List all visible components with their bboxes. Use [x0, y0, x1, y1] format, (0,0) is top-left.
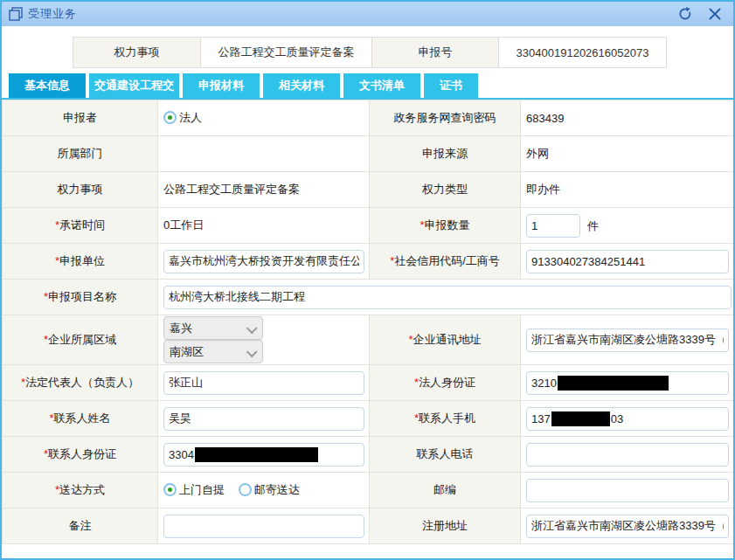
registered-address-input[interactable]	[526, 515, 729, 538]
radio-mail-delivery[interactable]	[239, 483, 252, 496]
quantity-unit: 件	[587, 219, 599, 232]
radio-legal-person[interactable]	[163, 111, 177, 124]
window-icon	[9, 7, 23, 21]
accept-business-window: 受理业务 权力事项 公路工程交工质量评定备案 申报号 3304001912026…	[0, 0, 735, 560]
field-label: *联系人身份证	[3, 437, 158, 473]
tab-related-materials[interactable]: 相关材料	[263, 73, 340, 98]
field-label: 申报者	[3, 100, 158, 136]
titlebar: 受理业务	[2, 2, 733, 26]
field-label: *申报数量	[370, 208, 521, 244]
contact-mobile-input[interactable]: 13703	[526, 407, 729, 431]
form-row: *申报单位 *社会信用代码/工商号	[3, 244, 734, 280]
power-item-label: 权力事项	[73, 37, 201, 68]
declare-source-value: 外网	[521, 136, 734, 172]
field-label: *联系人手机	[370, 401, 521, 437]
field-label: 权力事项	[3, 172, 158, 208]
form-row: *承诺时间 0工作日 *申报数量 件	[3, 208, 734, 244]
radio-self-pickup[interactable]	[163, 483, 177, 496]
field-label: *申报单位	[3, 244, 158, 280]
form-row: 所属部门 申报来源 外网	[3, 136, 734, 172]
form-row: 申报者 法人 政务服务网查询密码 683439	[3, 100, 734, 136]
declare-no-value: 330400191202616052073	[498, 37, 667, 68]
form-row: *送达方式 上门自提 邮寄送达 邮编	[3, 473, 734, 508]
legal-id-input[interactable]: 3210	[526, 371, 729, 395]
radio-label: 法人	[179, 111, 202, 124]
field-label: *企业所属区域	[3, 315, 158, 365]
form-row: *联系人姓名 *联系人手机 13703	[3, 401, 734, 437]
contact-id-input[interactable]: 3304	[163, 443, 364, 467]
promise-time-value: 0工作日	[158, 208, 370, 244]
form-row: *联系人身份证 3304 联系人电话	[3, 437, 734, 473]
tab-certificate[interactable]: 证书	[424, 73, 478, 98]
redaction-block	[558, 376, 669, 391]
field-label: *企业通讯地址	[370, 315, 521, 365]
field-label: 政务服务网查询密码	[370, 100, 521, 136]
chevron-down-icon	[246, 322, 258, 334]
refresh-icon[interactable]	[676, 4, 695, 24]
chevron-down-icon	[246, 346, 258, 357]
credit-code-input[interactable]	[526, 250, 729, 273]
field-label: *社会信用代码/工商号	[370, 244, 521, 280]
company-address-input[interactable]	[526, 328, 729, 352]
legal-representative-input[interactable]	[163, 371, 364, 395]
form-row: *企业所属区域 嘉兴 南湖区 *企业通讯地址	[3, 315, 734, 365]
form-row: *申报项目名称	[3, 280, 734, 315]
power-item-text: 公路工程交工质量评定备案	[158, 172, 370, 208]
tab-traffic-construction[interactable]: 交通建设工程交	[89, 73, 179, 98]
query-password-value: 683439	[521, 100, 734, 136]
field-label: 权力类型	[370, 172, 521, 208]
tab-document-list[interactable]: 文书清单	[343, 73, 420, 98]
postcode-input[interactable]	[526, 479, 729, 502]
declare-quantity-input[interactable]	[526, 214, 580, 238]
field-label: *法人身份证	[370, 365, 521, 401]
tab-basic-info[interactable]: 基本信息	[9, 73, 86, 98]
field-label: *承诺时间	[3, 208, 158, 244]
header-strip: 权力事项 公路工程交工质量评定备案 申报号 330400191202616052…	[73, 37, 733, 68]
field-label: 申报来源	[370, 136, 521, 172]
power-item-value: 公路工程交工质量评定备案	[200, 37, 372, 68]
contact-phone-input[interactable]	[526, 443, 729, 467]
tab-declare-materials[interactable]: 申报材料	[183, 73, 260, 98]
field-label: *申报项目名称	[3, 280, 158, 315]
basic-info-form: 申报者 法人 政务服务网查询密码 683439 所属部门 申报来源 外网 权力事…	[2, 98, 733, 544]
close-icon[interactable]	[705, 4, 725, 24]
field-label: *送达方式	[3, 473, 158, 508]
form-row: *法定代表人（负责人） *法人身份证 3210	[3, 365, 734, 401]
contact-name-input[interactable]	[163, 407, 364, 431]
power-type-value: 即办件	[521, 172, 734, 208]
form-row: 权力事项 公路工程交工质量评定备案 权力类型 即办件	[3, 172, 734, 208]
remark-input[interactable]	[163, 515, 364, 538]
field-label: 邮编	[370, 473, 521, 508]
redaction-block	[195, 447, 318, 462]
district-select[interactable]: 南湖区	[163, 340, 263, 363]
field-label: 所属部门	[3, 136, 158, 172]
declare-unit-input[interactable]	[163, 250, 364, 273]
department-value	[158, 136, 370, 172]
tab-bar: 基本信息 交通建设工程交 申报材料 相关材料 文书清单 证书	[9, 73, 733, 98]
form-row: 备注 注册地址	[3, 508, 734, 544]
field-label: 注册地址	[370, 508, 521, 544]
project-name-input[interactable]	[163, 286, 732, 309]
field-label: *联系人姓名	[3, 401, 158, 437]
field-label: 联系人电话	[370, 437, 521, 473]
city-select[interactable]: 嘉兴	[163, 316, 263, 340]
redaction-block	[551, 411, 610, 426]
window-title: 受理业务	[28, 6, 77, 22]
field-label: 备注	[3, 508, 158, 544]
field-label: *法定代表人（负责人）	[3, 365, 158, 401]
declare-no-label: 申报号	[371, 37, 499, 68]
